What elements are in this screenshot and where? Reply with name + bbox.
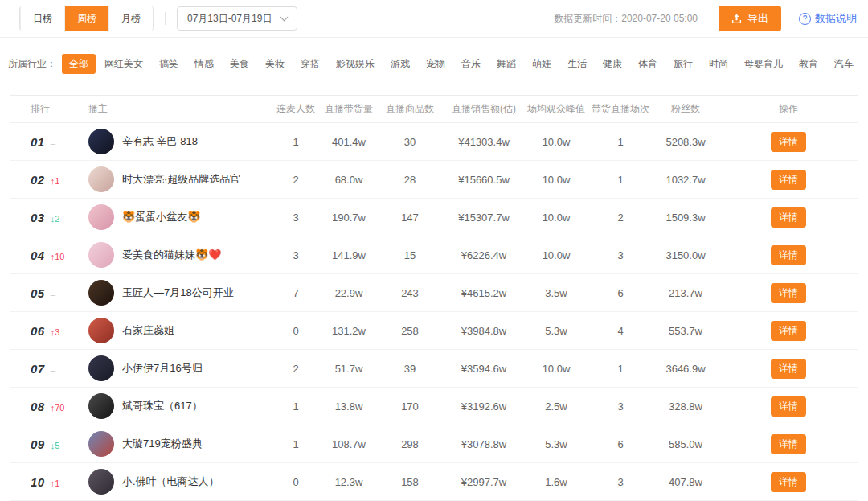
industry-filter-item[interactable]: 舞蹈 [489,54,523,74]
detail-button[interactable]: 详情 [771,472,806,492]
update-time-value: 2020-07-20 05:00 [621,13,698,24]
detail-button[interactable]: 详情 [771,170,806,190]
industry-filter-item[interactable]: 旅行 [666,54,700,74]
detail-button[interactable]: 详情 [771,434,806,454]
avatar[interactable] [88,280,114,306]
toolbar: 日榜 周榜 月榜 07月13日-07月19日 数据更新时间：2020-07-20… [0,0,868,38]
industry-filter-item[interactable]: 萌娃 [525,54,559,74]
cell-lianmai: 3 [270,249,321,261]
table-row: 03 ↓2 🐯蛋蛋小盆友🐯 3 190.7w 147 ¥15307.7w 10.… [10,199,858,236]
date-range-select[interactable]: 07月13日-07月19日 [177,6,297,31]
vertical-divider [165,12,166,25]
cell-sessions: 2 [588,211,653,224]
broadcaster-name[interactable]: 小.佛叶（电商达人） [122,474,219,489]
cell-products: 298 [376,438,444,450]
broadcaster-name[interactable]: 石家庄蕊姐 [122,323,174,338]
table-row: 08 ↑70 斌哥珠宝（617） 1 13.8w 170 ¥3192.6w 2.… [10,388,858,425]
cell-lianmai: 2 [270,174,321,186]
detail-button[interactable]: 详情 [771,245,806,265]
cell-sessions: 3 [588,476,653,488]
detail-button[interactable]: 详情 [771,396,806,417]
industry-filter-item[interactable]: 情感 [187,54,221,74]
broadcaster-name[interactable]: 大璇719宠粉盛典 [122,437,203,451]
industry-filter-label: 所属行业： [8,57,56,71]
rank-period-tabs: 日榜 周榜 月榜 [19,6,154,31]
industry-filter-item[interactable]: 体育 [631,54,665,74]
broadcaster-name[interactable]: 玉匠人—7月18公司开业 [122,285,234,300]
broadcaster-name[interactable]: 小伊伊7月16号归 [122,361,203,376]
detail-button[interactable]: 详情 [771,283,806,303]
industry-filter-item[interactable]: 健康 [596,54,629,74]
rank-change-indicator: ↓5 [51,441,60,450]
industry-filter-item[interactable]: 美妆 [258,54,292,74]
avatar[interactable] [88,129,114,154]
table-row: 05 – 玉匠人—7月18公司开业 7 22.9w 243 ¥4615.2w 3… [10,274,858,312]
table-header: 排行 播主 连麦人数 直播带货量 直播商品数 直播销售额(估) 场均观众峰值 带… [10,95,858,123]
cell-peak: 5.3w [524,325,588,337]
industry-filter-item[interactable]: 汽车 [827,54,861,74]
industry-filter-item[interactable]: 宠物 [419,54,452,74]
cell-lianmai: 0 [270,325,321,337]
industry-filter-item[interactable]: 全部 [62,54,96,74]
rank-number: 05 [31,286,45,300]
avatar[interactable] [88,242,114,268]
avatar[interactable] [88,318,114,343]
industry-filter-item[interactable]: 游戏 [383,54,417,74]
industry-filter-item[interactable]: 家居 [862,54,868,74]
period-tab[interactable]: 周榜 [64,6,108,31]
broadcaster-rank-table: 排行 播主 连麦人数 直播带货量 直播商品数 直播销售额(估) 场均观众峰值 带… [10,95,858,501]
rank-number: 09 [31,437,45,451]
detail-button[interactable]: 详情 [771,207,806,228]
export-button[interactable]: 导出 [719,6,781,31]
industry-filter-item[interactable]: 美食 [223,54,256,74]
industry-filter-item[interactable]: 生活 [560,54,594,74]
rank-change-indicator: ↑1 [51,478,60,488]
cell-sessions: 1 [588,136,653,148]
cell-fans: 213.7w [653,287,719,299]
period-tab[interactable]: 日榜 [20,6,64,31]
avatar[interactable] [88,431,114,457]
cell-sessions: 3 [588,400,653,413]
broadcaster-name[interactable]: 🐯蛋蛋小盆友🐯 [122,210,200,224]
industry-filter-item[interactable]: 网红美女 [97,54,150,74]
col-header-sales: 直播销售额(估) [444,102,524,116]
table-row: 04 ↑10 爱美食的猫妹妹🐯❤️ 3 141.9w 15 ¥6226.4w 1… [10,236,858,274]
rank-number: 01 [31,135,45,149]
industry-filter-item[interactable]: 穿搭 [293,54,327,74]
avatar[interactable] [88,469,114,495]
table-row: 02 ↑1 时大漂亮·超级品牌选品官 2 68.0w 28 ¥15660.5w … [10,161,858,199]
avatar[interactable] [88,355,114,381]
cell-lianmai: 7 [270,287,321,299]
avatar[interactable] [88,204,114,230]
broadcaster-name[interactable]: 斌哥珠宝（617） [122,399,203,413]
cell-products: 147 [376,211,444,224]
cell-volume: 190.7w [321,211,376,224]
cell-volume: 68.0w [321,174,376,186]
rank-change-indicator: ↑1 [51,176,60,186]
avatar[interactable] [88,393,114,419]
industry-filter-item[interactable]: 搞笑 [152,54,186,74]
industry-filter-item[interactable]: 音乐 [454,54,488,74]
broadcaster-name[interactable]: 爱美食的猫妹妹🐯❤️ [122,248,221,262]
cell-volume: 22.9w [321,287,376,299]
cell-fans: 3646.9w [653,363,719,375]
col-header-products: 直播商品数 [376,102,444,116]
detail-button[interactable]: 详情 [771,321,806,341]
industry-filter-item[interactable]: 教育 [792,54,825,74]
cell-sessions: 3 [588,249,653,261]
chevron-down-icon [280,13,289,21]
rank-number: 10 [31,475,45,489]
cell-sessions: 4 [588,325,653,337]
broadcaster-name[interactable]: 辛有志 辛巴 818 [122,134,198,149]
avatar[interactable] [88,166,114,192]
industry-filter-item[interactable]: 影视娱乐 [329,54,382,74]
detail-button[interactable]: 详情 [771,132,806,152]
detail-button[interactable]: 详情 [771,359,806,379]
period-tab[interactable]: 月榜 [108,6,153,31]
industry-filter-item[interactable]: 时尚 [702,54,735,74]
industry-filter-item[interactable]: 母婴育儿 [737,54,790,74]
col-header-lianmai: 连麦人数 [270,102,321,116]
data-help-link[interactable]: ? 数据说明 [799,11,857,26]
cell-peak: 1.6w [524,476,588,488]
broadcaster-name[interactable]: 时大漂亮·超级品牌选品官 [122,172,240,187]
